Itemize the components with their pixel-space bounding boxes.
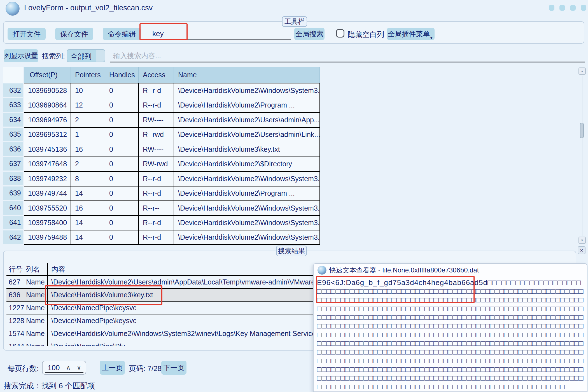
row-data-cells: 1039745136160RW----\Device\HarddiskVolum… <box>24 142 320 157</box>
cell-access: RW---- <box>139 142 174 157</box>
cell-handles: 0 <box>105 216 139 230</box>
cell-handles: 0 <box>105 83 139 98</box>
cell-pointers: 14 <box>71 186 105 201</box>
main-table: Offset(P)PointersHandlesAccessName 63210… <box>3 67 322 245</box>
cell-access: R--rwd <box>139 128 174 142</box>
open-file-button[interactable]: 打开文件 <box>8 28 46 40</box>
cell-offset: 1039690864 <box>24 98 71 113</box>
cell-pointers: 16 <box>71 142 105 157</box>
result-row-number: 1574 <box>6 327 24 340</box>
global-plugin-menu-label: 全局插件菜单 <box>388 29 430 39</box>
main-table-header: Offset(P)PointersHandlesAccessName <box>3 67 322 83</box>
column-header: 行号 <box>6 263 24 275</box>
table-row[interactable]: 637103974764820RW-rwd\Device\HarddiskVol… <box>3 157 322 171</box>
row-data-cells: 103969531210R--rwd\Device\HarddiskVolume… <box>24 127 320 142</box>
row-data-cells: 1039755520160R--r--\Device\HarddiskVolum… <box>24 200 320 215</box>
save-file-button[interactable]: 保存文件 <box>55 28 93 40</box>
cell-offset: 1039749744 <box>24 186 71 201</box>
table-row[interactable]: 6321039690528100R--r-d\Device\HarddiskVo… <box>3 83 322 98</box>
global-search-button[interactable]: 全局搜索 <box>294 28 325 40</box>
window-control-dot[interactable] <box>581 5 586 11</box>
window-control-dot[interactable] <box>549 5 554 11</box>
rows-per-page-stepper[interactable]: 100 ∧ ∨ <box>42 361 86 375</box>
global-plugin-menu-button[interactable]: 全局插件菜单 ▼ <box>387 28 435 40</box>
row-data-cells: 103974923280R--r-d\Device\HarddiskVolume… <box>24 171 320 186</box>
row-number-cell: 637 <box>3 157 23 171</box>
stepper-up-icon[interactable]: ∧ <box>66 364 71 371</box>
row-data-cells: 1039749744140R--r-d\Device\HarddiskVolum… <box>24 186 320 201</box>
row-data-cells: 1039758400140R--r-d\Device\HarddiskVolum… <box>24 215 320 230</box>
chevron-down-icon: ▼ <box>429 35 433 40</box>
row-number-cell: 639 <box>3 186 23 200</box>
table-row[interactable]: 6421039759488140R--r-d\Device\HarddiskVo… <box>3 230 322 245</box>
previous-page-button[interactable]: 上一页 <box>100 361 125 375</box>
search-column-label: 搜索列: <box>42 52 65 61</box>
cell-offset: 1039755520 <box>24 201 71 215</box>
row-number-cell: 641 <box>3 216 23 230</box>
cell-handles: 0 <box>105 98 139 113</box>
hide-empty-columns-label: 隐藏空白列 <box>348 30 384 39</box>
viewer-text: E96<6J:Da6g_b_f_gd75a3d4ch4heg4bab66ad5d… <box>317 278 585 391</box>
scrollbar-track[interactable] <box>582 76 582 236</box>
cell-access: R--r-d <box>139 98 174 113</box>
result-column-name: Name <box>24 314 48 327</box>
cell-access: R--r-d <box>139 186 174 201</box>
table-row[interactable]: 6391039749744140R--r-d\Device\HarddiskVo… <box>3 186 322 201</box>
stepper-down-icon[interactable]: ∨ <box>77 364 81 371</box>
cell-access: R--r-d <box>139 230 174 244</box>
next-page-button[interactable]: 下一页 <box>161 361 186 375</box>
cell-pointers: 16 <box>71 201 105 215</box>
row-number-cell: 638 <box>3 172 23 185</box>
window-control-dot[interactable] <box>570 5 576 11</box>
status-bar-text: 搜索完成：找到 6 个匹配项 <box>4 381 95 391</box>
scrollbar-down-icon[interactable]: ▼ <box>578 237 586 244</box>
row-number-cell: 640 <box>3 201 23 215</box>
row-number-cell: 636 <box>3 142 23 156</box>
row-number-cell: 635 <box>3 128 23 141</box>
cell-offset: 1039747648 <box>24 157 71 171</box>
result-row-number: 1228 <box>6 314 24 327</box>
page-number-label: 页码: 7/28 <box>129 364 162 374</box>
table-filter-input[interactable] <box>110 50 585 62</box>
table-row[interactable]: 6401039755520160R--r--\Device\HarddiskVo… <box>3 200 322 215</box>
hide-empty-columns-checkbox[interactable] <box>336 29 344 38</box>
column-header: Handles <box>105 67 139 83</box>
select-dropdown-strip[interactable] <box>96 50 105 62</box>
cell-handles: 0 <box>105 186 139 201</box>
cell-access: RW-rwd <box>139 157 174 171</box>
close-icon[interactable]: × <box>578 246 585 254</box>
scrollbar-thumb[interactable] <box>580 123 584 138</box>
column-display-settings-button[interactable]: 列显示设置 <box>4 49 38 62</box>
cell-pointers: 10 <box>71 83 105 98</box>
row-data-cells: 1039759488140R--r-d\Device\HarddiskVolum… <box>24 230 320 245</box>
table-row[interactable]: 6361039745136160RW----\Device\HarddiskVo… <box>3 142 322 157</box>
viewer-avatar-icon <box>318 266 326 275</box>
row-number-cell: 632 <box>3 83 23 97</box>
command-edit-button[interactable]: 命令编辑 <box>103 28 141 40</box>
column-header <box>3 67 23 83</box>
app-logo-icon <box>6 2 20 16</box>
table-row[interactable]: 638103974923280R--r-d\Device\HarddiskVol… <box>3 171 322 186</box>
cell-offset: 1039690528 <box>24 83 71 98</box>
table-row[interactable]: 635103969531210R--rwd\Device\HarddiskVol… <box>3 127 322 142</box>
table-row[interactable]: 6411039758400140R--r-d\Device\HarddiskVo… <box>3 215 322 230</box>
cell-pointers: 8 <box>71 172 105 186</box>
table-row[interactable]: 634103969497620RW----\Device\HarddiskVol… <box>3 112 322 127</box>
scrollbar-up-icon[interactable]: ▲ <box>578 67 586 75</box>
row-data-cells: 1039690864120R--r-d\Device\HarddiskVolum… <box>24 98 320 113</box>
table-row[interactable]: 6331039690864120R--r-d\Device\HarddiskVo… <box>3 98 322 113</box>
cell-offset: 1039694976 <box>24 113 71 127</box>
cell-access: RW---- <box>139 113 174 127</box>
viewer-header: 快速文本查看器 - file.None.0xfffffa800e7306b0.d… <box>314 264 587 277</box>
search-column-value: 全部列 <box>71 52 92 61</box>
cell-handles: 0 <box>105 230 139 244</box>
main-table-body: 6321039690528100R--r-d\Device\HarddiskVo… <box>3 83 322 245</box>
window-control-dot[interactable] <box>559 5 565 11</box>
cell-handles: 0 <box>105 142 139 157</box>
cell-name: \Device\HarddiskVolume2\Windows\System3.… <box>174 230 320 244</box>
search-column-select[interactable]: 全部列 <box>67 49 105 62</box>
result-row-number: 1227 <box>6 302 24 314</box>
column-header: Access <box>139 67 174 83</box>
global-search-input[interactable] <box>144 28 291 40</box>
column-header: Name <box>174 67 320 83</box>
